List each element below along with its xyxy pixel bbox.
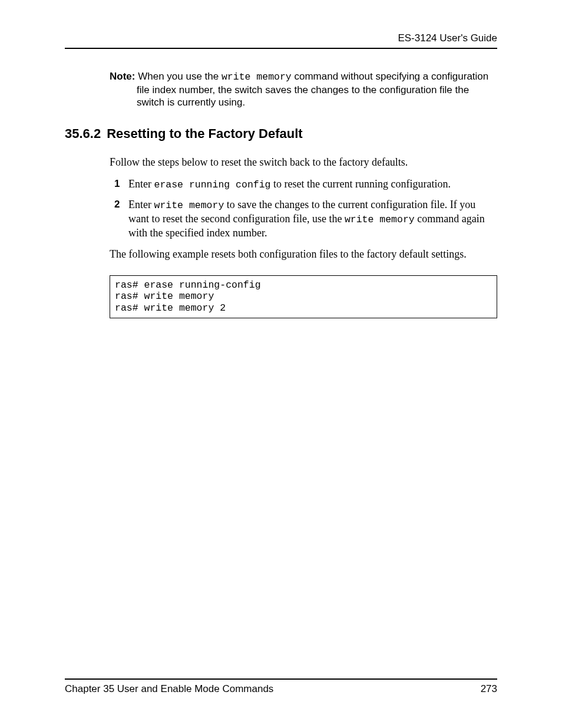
code-example-box: ras# erase running-config ras# write mem…	[110, 275, 497, 318]
step-text-before: Enter	[128, 199, 154, 210]
page-footer: Chapter 35 User and Enable Mode Commands…	[65, 678, 497, 695]
example-paragraph: The following example resets both config…	[110, 248, 497, 261]
header-rule	[65, 48, 497, 49]
note-line-3: switch is currently using.	[137, 96, 497, 108]
footer-chapter: Chapter 35 User and Enable Mode Commands	[65, 683, 273, 695]
step-code: erase running config	[154, 179, 270, 190]
note-text-2: command without specifying a configurati…	[292, 71, 489, 82]
steps-list: 1 Enter erase running config to reset th…	[110, 177, 497, 239]
intro-paragraph: Follow the steps below to reset the swit…	[110, 156, 497, 169]
section-title: Resetting to the Factory Default	[107, 126, 302, 141]
header-guide-title: ES-3124 User's Guide	[65, 32, 497, 44]
step-text-before: Enter	[128, 178, 154, 190]
section-heading: 35.6.2Resetting to the Factory Default	[65, 126, 497, 141]
note-line-2: file index number, the switch saves the …	[137, 84, 497, 96]
step-code-2: write memory	[345, 214, 415, 225]
note-block: Note: When you use the write memory comm…	[110, 70, 497, 108]
footer-page-number: 273	[481, 683, 497, 695]
note-code: write memory	[222, 71, 292, 83]
step-2: 2 Enter write memory to save the changes…	[110, 198, 497, 239]
step-text-after: to reset the current running configurati…	[271, 178, 451, 190]
section-number: 35.6.2	[65, 126, 101, 141]
step-1: 1 Enter erase running config to reset th…	[110, 177, 497, 192]
note-label: Note:	[110, 71, 135, 82]
footer-rule	[65, 678, 497, 680]
note-text-1: When you use the	[135, 71, 221, 82]
step-number: 2	[114, 198, 120, 210]
step-number: 1	[114, 177, 120, 190]
step-code: write memory	[154, 200, 224, 211]
